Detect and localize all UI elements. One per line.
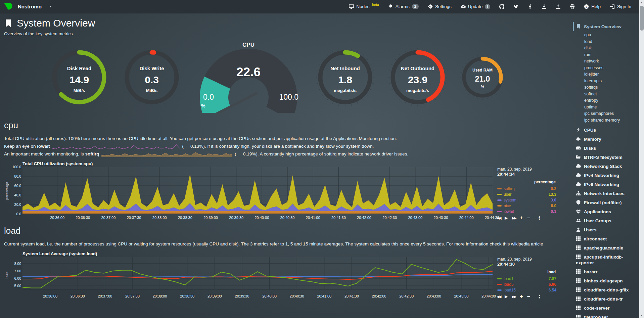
- page-scrollbar[interactable]: ▲ ▼: [639, 0, 644, 318]
- legend-item-system[interactable]: system3.0: [497, 197, 556, 203]
- cpu-chart-canvas[interactable]: [22, 167, 493, 214]
- download-icon: [542, 4, 547, 9]
- sidebar-item-cloudflare-ddns-tr[interactable]: cloudflare-ddns-tr: [573, 294, 638, 304]
- x-tick: 20:41:30: [331, 216, 346, 220]
- iowait-sparkline[interactable]: [52, 143, 180, 149]
- net-outbound-gauge[interactable]: Net Outbound 23.9 megabits/s: [386, 46, 449, 108]
- grid-icon: [576, 254, 581, 259]
- resize-handle[interactable]: ▲▼: [538, 294, 541, 299]
- resize-handle[interactable]: ▲▼: [538, 216, 541, 220]
- play-button[interactable]: ▶: [505, 216, 508, 220]
- settings-button[interactable]: Settings: [428, 4, 452, 9]
- legend-item-load1[interactable]: load17.87: [497, 276, 556, 281]
- legend-item-iowait[interactable]: iowait0.1: [497, 209, 556, 214]
- legend-date: man. 23. sep. 2019: [497, 257, 556, 262]
- sidebar-item-apacheguacamole[interactable]: apacheguacamole: [573, 243, 638, 253]
- sidebar-item-airconnect[interactable]: airconnect: [573, 234, 638, 243]
- disk-read-gauge[interactable]: Disk Read 14.9 MiB/s: [48, 46, 110, 108]
- sidebar-subitem-interrupts[interactable]: interrupts: [573, 78, 638, 85]
- alarms-button[interactable]: Alarms 2: [388, 4, 419, 9]
- help-button[interactable]: ? Help: [584, 4, 601, 9]
- update-alert-badge: !: [485, 4, 490, 9]
- sidebar-subitem-softirqs[interactable]: softirqs: [573, 84, 638, 91]
- netdata-logo-icon[interactable]: [3, 2, 12, 11]
- used-ram-gauge[interactable]: Used RAM 21.0 %: [459, 54, 506, 101]
- sidebar-item-users[interactable]: Users: [573, 225, 638, 234]
- legend-item-softirq[interactable]: softirq0.2: [497, 186, 556, 191]
- cpu-gauge[interactable]: CPU 22.6 0.0 100.0 %: [193, 42, 304, 113]
- sidebar-item-binhex-delugevpn[interactable]: binhex-delugevpn: [573, 276, 638, 285]
- sign-in-button[interactable]: Sign In: [610, 4, 631, 9]
- load-chart-canvas[interactable]: [22, 257, 493, 289]
- nodes-button[interactable]: Nodes beta: [349, 4, 379, 9]
- github-link[interactable]: [499, 4, 504, 9]
- play-button[interactable]: ▶: [505, 294, 508, 299]
- facebook-link[interactable]: [527, 4, 533, 9]
- legend-value: 6.96: [549, 282, 556, 287]
- sidebar-subitem-ipc-semaphores[interactable]: ipc semaphores: [573, 110, 638, 117]
- sidebar-item-bazarr[interactable]: bazarr: [573, 267, 638, 276]
- sidebar-subitem-idlejitter[interactable]: idlejitter: [573, 71, 638, 78]
- sidebar-item-apcupsd-influxdb-exporter[interactable]: apcupsd-influxdb-exporter: [573, 253, 638, 267]
- legend-item-user[interactable]: user13.3: [497, 191, 556, 197]
- sidebar-subitem-disk[interactable]: disk: [573, 45, 638, 52]
- sidebar-subitem-entropy[interactable]: entropy: [573, 97, 638, 104]
- softirq-sparkline[interactable]: [101, 151, 232, 157]
- sidebar-item-filebrowser[interactable]: filebrowser: [573, 313, 638, 318]
- sidebar-subitem-load[interactable]: load: [573, 39, 638, 45]
- wikipedia-link[interactable]: wikipedia article: [511, 241, 543, 246]
- net-inbound-gauge[interactable]: Net Inbound 1.8 megabits/s: [314, 46, 376, 108]
- sidebar-subitem-softnet[interactable]: softnet: [573, 91, 638, 98]
- sidebar-subitem-cpu[interactable]: cpu: [573, 32, 638, 39]
- sidebar-submenu: cpuloaddiskramnetworkprocessesidlejitter…: [573, 32, 638, 124]
- pan-left-button[interactable]: ◀◀: [497, 295, 501, 299]
- scroll-up-arrow[interactable]: ▲: [639, 0, 644, 5]
- sidebar-item-disks[interactable]: Disks: [573, 144, 638, 153]
- sidebar-subitem-network[interactable]: network: [573, 58, 638, 65]
- pan-right-button[interactable]: ▶▶: [512, 295, 516, 299]
- upload-link[interactable]: [556, 4, 561, 9]
- sidebar-item-ipv6-networking[interactable]: IPv6 Networking: [573, 180, 638, 189]
- legend-item-load5[interactable]: load56.96: [497, 281, 556, 287]
- sidebar-item-firewall-netfilter[interactable]: Firewall (netfilter): [573, 198, 638, 207]
- node-selector[interactable]: Nostromo ▼: [3, 2, 52, 11]
- sidebar-item-label: Memory: [584, 137, 601, 142]
- pan-left-button[interactable]: ◀◀: [497, 216, 501, 220]
- legend-date: man. 23. sep. 2019: [497, 167, 556, 172]
- print-link[interactable]: [570, 4, 575, 9]
- sidebar-item-cloudflare-ddns-gflix[interactable]: cloudflare-ddns-gflix: [573, 285, 638, 294]
- sidebar-item-code-server[interactable]: code-server: [573, 304, 638, 313]
- sidebar-subitem-uptime[interactable]: uptime: [573, 104, 638, 111]
- sidebar-item-user-groups[interactable]: User Groups: [573, 216, 638, 225]
- legend-item-load15[interactable]: load156.54: [497, 287, 556, 293]
- beta-badge: beta: [372, 3, 379, 7]
- sidebar-item-memory[interactable]: Memory: [573, 135, 638, 144]
- sidebar-item-cpus[interactable]: CPUs: [573, 126, 638, 135]
- download-link[interactable]: [542, 4, 547, 9]
- twitter-link[interactable]: [513, 4, 518, 9]
- legend-rows: load17.87load56.96load156.54: [497, 276, 556, 293]
- sidebar-item-ipv4-networking[interactable]: IPv4 Networking: [573, 171, 638, 180]
- zoom-in-button[interactable]: +: [520, 215, 523, 221]
- sidebar-item-applications[interactable]: Applications: [573, 207, 638, 216]
- legend-name: load5: [504, 282, 549, 287]
- scrollbar-thumb[interactable]: [640, 6, 644, 31]
- sidebar-item-network-interfaces[interactable]: Network Interfaces: [573, 189, 638, 198]
- x-tick: 20:37:00: [101, 216, 116, 220]
- sidebar-subitem-processes[interactable]: processes: [573, 65, 638, 72]
- legend-item-nice[interactable]: nice6.0: [497, 203, 556, 209]
- sidebar-item-btrfs-filesystem[interactable]: BTRFS filesystem: [573, 153, 638, 162]
- sidebar-item-networking-stack[interactable]: Networking Stack: [573, 162, 638, 171]
- y-axis-label: load: [4, 257, 9, 293]
- pan-right-button[interactable]: ▶▶: [512, 216, 516, 220]
- sidebar-item-label: binhex-delugevpn: [584, 278, 623, 283]
- sidebar-subitem-ram[interactable]: ram: [573, 52, 638, 58]
- zoom-in-button[interactable]: +: [520, 294, 523, 299]
- zoom-out-button[interactable]: −: [527, 215, 530, 221]
- scroll-down-arrow[interactable]: ▼: [639, 313, 644, 318]
- sidebar-subitem-ipc-shared-memory[interactable]: ipc shared memory: [573, 117, 638, 124]
- sidebar-item-system-overview[interactable]: System Overview: [573, 22, 638, 31]
- zoom-out-button[interactable]: −: [527, 294, 530, 299]
- disk-write-gauge[interactable]: Disk Write 0.3 MiB/s: [121, 46, 183, 108]
- update-button[interactable]: Update !: [461, 4, 491, 9]
